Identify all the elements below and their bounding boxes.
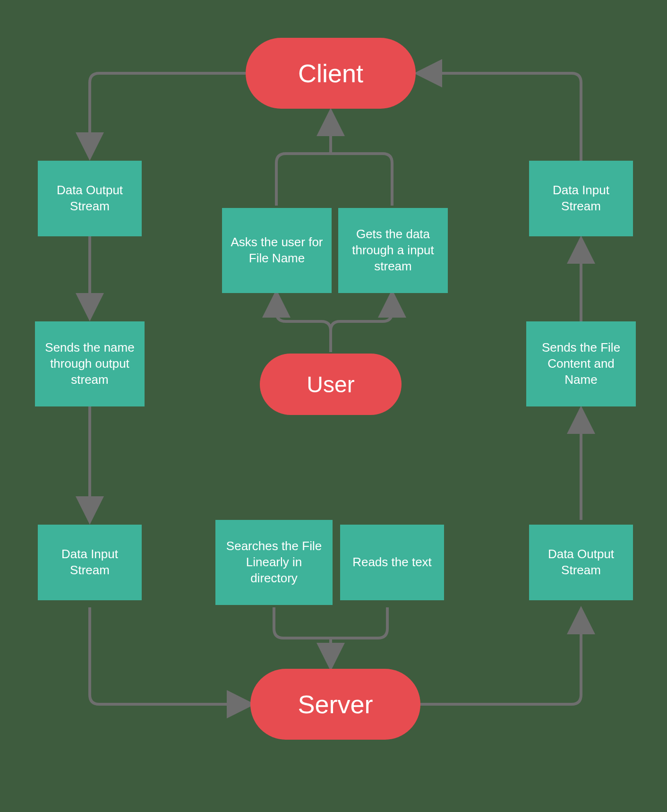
gets-data-box: Gets the data through a input stream bbox=[338, 208, 448, 293]
sends-name-box: Sends the name through output stream bbox=[35, 321, 145, 406]
client-node: Client bbox=[246, 38, 416, 109]
diagram-canvas: Client User Server Data Output Stream Se… bbox=[0, 0, 667, 812]
server-node: Server bbox=[250, 669, 420, 740]
sends-file-content-box: Sends the File Content and Name bbox=[526, 321, 636, 406]
data-input-stream-left: Data Input Stream bbox=[38, 525, 142, 600]
reads-text-box: Reads the text bbox=[340, 525, 444, 600]
searches-file-box: Searches the File Linearly in directory bbox=[215, 520, 333, 605]
user-node: User bbox=[260, 354, 402, 415]
data-input-stream-right: Data Input Stream bbox=[529, 161, 633, 236]
data-output-stream-right: Data Output Stream bbox=[529, 525, 633, 600]
data-output-stream-left: Data Output Stream bbox=[38, 161, 142, 236]
asks-file-name-box: Asks the user for File Name bbox=[222, 208, 332, 293]
